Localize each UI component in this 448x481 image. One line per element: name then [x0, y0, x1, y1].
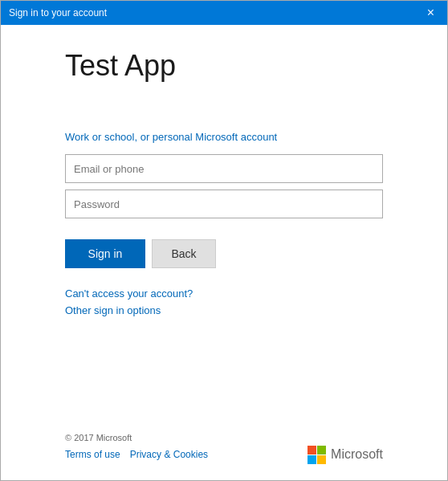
close-button[interactable]: ×: [422, 5, 439, 21]
ms-square-blue: [307, 455, 316, 464]
footer: © 2017 Microsoft Terms of use Privacy & …: [65, 425, 383, 465]
footer-links: Terms of use Privacy & Cookies Microsoft: [65, 446, 383, 465]
signin-button[interactable]: Sign in: [65, 239, 145, 268]
footer-copyright: © 2017 Microsoft: [65, 433, 383, 442]
password-field[interactable]: [65, 190, 383, 218]
ms-brand-text: Microsoft: [331, 447, 383, 462]
ms-square-red: [307, 446, 316, 455]
terms-link[interactable]: Terms of use: [65, 449, 120, 460]
title-bar: Sign in to your account ×: [1, 1, 447, 25]
app-window: Sign in to your account × Test App Work …: [0, 0, 448, 481]
footer-left-links: Terms of use Privacy & Cookies: [65, 449, 208, 460]
buttons-row: Sign in Back: [65, 239, 383, 268]
ms-square-green: [317, 446, 326, 455]
subtitle-suffix: account: [238, 131, 277, 143]
email-field[interactable]: [65, 154, 383, 183]
subtitle-brand: Microsoft: [195, 131, 238, 143]
title-bar-text: Sign in to your account: [9, 7, 107, 18]
subtitle-plain: Work or school, or personal: [65, 131, 195, 143]
subtitle: Work or school, or personal Microsoft ac…: [65, 131, 383, 143]
privacy-link[interactable]: Privacy & Cookies: [130, 449, 208, 460]
ms-square-yellow: [317, 455, 326, 464]
main-content: Test App Work or school, or personal Mic…: [1, 25, 447, 480]
back-button[interactable]: Back: [152, 239, 216, 268]
app-title: Test App: [65, 49, 383, 83]
cant-access-link[interactable]: Can't access your account?: [65, 287, 383, 300]
other-signin-link[interactable]: Other sign in options: [65, 304, 383, 316]
ms-squares-icon: [307, 446, 327, 465]
microsoft-logo: Microsoft: [307, 446, 383, 465]
